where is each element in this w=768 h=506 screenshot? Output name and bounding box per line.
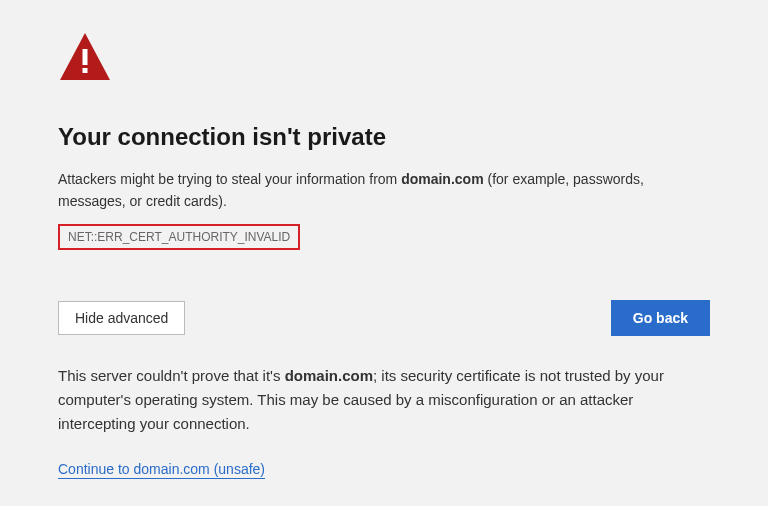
button-row: Hide advanced Go back [58, 300, 710, 336]
error-code: NET::ERR_CERT_AUTHORITY_INVALID [58, 224, 300, 250]
description-text-before: Attackers might be trying to steal your … [58, 171, 401, 187]
warning-icon [58, 30, 710, 88]
advanced-explanation: This server couldn't prove that it's dom… [58, 364, 710, 436]
advanced-text-before: This server couldn't prove that it's [58, 367, 285, 384]
page-title: Your connection isn't private [58, 123, 710, 151]
go-back-button[interactable]: Go back [611, 300, 710, 336]
hide-advanced-button[interactable]: Hide advanced [58, 301, 185, 335]
proceed-unsafe-link[interactable]: Continue to domain.com (unsafe) [58, 461, 265, 479]
svg-rect-2 [83, 68, 88, 73]
advanced-domain-name: domain.com [285, 367, 373, 384]
domain-name: domain.com [401, 171, 483, 187]
warning-description: Attackers might be trying to steal your … [58, 169, 710, 212]
svg-rect-1 [83, 49, 88, 65]
